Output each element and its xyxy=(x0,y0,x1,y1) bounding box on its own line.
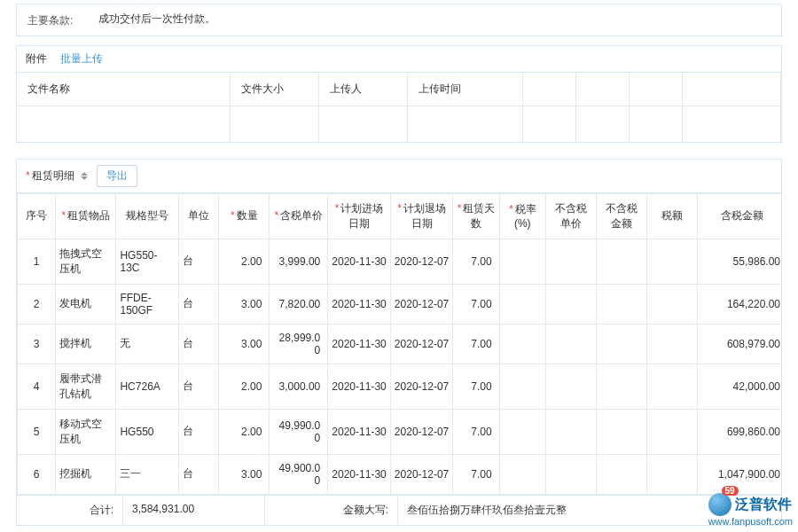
table-row[interactable]: 6挖掘机三一台3.0049,900.002020-11-302020-12-07… xyxy=(18,454,782,494)
cell-amount: 699,860.00 xyxy=(697,409,781,454)
cell-days: 7.00 xyxy=(453,239,499,284)
table-row[interactable]: 1拖拽式空压机HG550-13C台2.003,999.002020-11-302… xyxy=(18,239,782,284)
col-plan-in: *计划进场日期 xyxy=(328,193,391,239)
cell-tax xyxy=(646,454,697,494)
cell-plan-in: 2020-11-30 xyxy=(328,409,391,454)
cell-tax xyxy=(646,324,697,364)
cell-plan-out: 2020-12-07 xyxy=(390,364,453,409)
col-tax: 税额 xyxy=(646,193,697,239)
cell-unit: 台 xyxy=(178,324,218,364)
cell-spec: 无 xyxy=(116,324,179,364)
col-uploader: 上传人 xyxy=(318,73,407,106)
col-rate: *税率(%) xyxy=(499,193,545,239)
cell-tax xyxy=(646,364,697,409)
cell-item: 拖拽式空压机 xyxy=(56,239,116,284)
cell-rate xyxy=(499,364,545,409)
rental-detail-table: 序号 *租赁物品 规格型号 单位 *数量 *含税单价 *计划进场日期 *计划退场… xyxy=(17,193,781,495)
cell-ntp xyxy=(545,284,596,324)
cell-item: 挖掘机 xyxy=(56,454,116,494)
col-upload-time: 上传时间 xyxy=(407,73,522,106)
cell-qty: 3.00 xyxy=(219,324,270,364)
total-label: 合计: xyxy=(17,496,123,525)
col-seq: 序号 xyxy=(18,193,56,239)
cell-rate xyxy=(499,454,545,494)
cell-nta xyxy=(596,284,646,324)
cell-qty: 3.00 xyxy=(219,454,270,494)
cell-price: 49,990.00 xyxy=(270,409,328,454)
cell-plan-out: 2020-12-07 xyxy=(390,324,453,364)
cell-rate xyxy=(499,324,545,364)
sort-icon[interactable] xyxy=(81,172,88,180)
cell-unit: 台 xyxy=(178,364,218,409)
cell-unit: 台 xyxy=(178,284,218,324)
attachments-table: 文件名称 文件大小 上传人 上传时间 xyxy=(17,73,781,142)
cell-amount: 608,979.00 xyxy=(697,324,781,364)
cell-rate xyxy=(499,284,545,324)
rental-detail-header: *租赁明细 导出 xyxy=(17,160,781,193)
cell-tax xyxy=(646,239,697,284)
cell-ntp xyxy=(545,364,596,409)
cell-nta xyxy=(596,239,646,284)
cell-ntp xyxy=(545,324,596,364)
attachments-title: 附件 xyxy=(26,52,47,65)
cell-seq: 4 xyxy=(18,364,56,409)
cell-amount: 1,047,900.00 xyxy=(697,454,781,494)
cell-qty: 2.00 xyxy=(219,409,270,454)
brand-url[interactable]: www.fanpusoft.com xyxy=(708,516,793,527)
cell-item: 移动式空压机 xyxy=(56,409,116,454)
cell-qty: 2.00 xyxy=(219,239,270,284)
cell-spec: HG550 xyxy=(116,409,179,454)
cell-plan-out: 2020-12-07 xyxy=(390,454,453,494)
cell-seq: 6 xyxy=(18,454,56,494)
cell-days: 7.00 xyxy=(453,284,499,324)
cell-nta xyxy=(596,324,646,364)
cell-seq: 3 xyxy=(18,324,56,364)
table-row[interactable]: 4履带式潜孔钻机HC726A台2.003,000.002020-11-30202… xyxy=(18,364,782,409)
detail-scroll[interactable]: 序号 *租赁物品 规格型号 单位 *数量 *含税单价 *计划进场日期 *计划退场… xyxy=(17,193,781,495)
cell-price: 28,999.00 xyxy=(270,324,328,364)
cell-unit: 台 xyxy=(178,239,218,284)
cell-plan-in: 2020-11-30 xyxy=(328,454,391,494)
table-row[interactable]: 2发电机FFDE-150GF台3.007,820.002020-11-30202… xyxy=(18,284,782,324)
table-row[interactable]: 5移动式空压机HG550台2.0049,990.002020-11-302020… xyxy=(18,409,782,454)
brand-text: 泛普软件 xyxy=(735,496,792,514)
bulk-upload-link[interactable]: 批量上传 xyxy=(60,52,103,65)
cell-price: 7,820.00 xyxy=(270,284,328,324)
cell-nta xyxy=(596,454,646,494)
export-button[interactable]: 导出 xyxy=(97,165,137,187)
cell-rate xyxy=(499,409,545,454)
cell-tax xyxy=(646,284,697,324)
col-spec: 规格型号 xyxy=(116,193,179,239)
cell-plan-in: 2020-11-30 xyxy=(328,284,391,324)
col-plan-out: *计划退场日期 xyxy=(390,193,453,239)
col-notax-amount: 不含税金额 xyxy=(596,193,646,239)
cell-spec: FFDE-150GF xyxy=(116,284,179,324)
cell-days: 7.00 xyxy=(453,409,499,454)
main-terms-value: 成功交付后一次性付款。 xyxy=(98,12,771,28)
cell-amount: 164,220.00 xyxy=(697,284,781,324)
cell-qty: 3.00 xyxy=(219,284,270,324)
table-row[interactable]: 3搅拌机无台3.0028,999.002020-11-302020-12-077… xyxy=(18,324,782,364)
cell-unit: 台 xyxy=(178,409,218,454)
col-file-name: 文件名称 xyxy=(17,73,230,106)
detail-footer: 合计: 3,584,931.00 金额大写: 叁佰伍拾捌万肆仟玖佰叁拾壹元整 xyxy=(17,495,781,525)
cell-days: 7.00 xyxy=(453,454,499,494)
cell-days: 7.00 xyxy=(453,324,499,364)
cell-days: 7.00 xyxy=(453,364,499,409)
cell-item: 发电机 xyxy=(56,284,116,324)
cell-nta xyxy=(596,409,646,454)
rental-detail-title: *租赁明细 xyxy=(26,168,88,184)
cell-unit: 台 xyxy=(178,454,218,494)
col-item: *租赁物品 xyxy=(56,193,116,239)
detail-header-row: 序号 *租赁物品 规格型号 单位 *数量 *含税单价 *计划进场日期 *计划退场… xyxy=(18,193,782,239)
attachments-empty-row xyxy=(17,106,781,142)
cell-plan-out: 2020-12-07 xyxy=(390,409,453,454)
main-terms-row: 主要条款: 成功交付后一次性付款。 xyxy=(16,4,782,36)
col-blank-2 xyxy=(575,73,629,106)
caps-label: 金额大写: xyxy=(265,496,398,525)
cell-rate xyxy=(499,239,545,284)
col-price: *含税单价 xyxy=(270,193,328,239)
cell-qty: 2.00 xyxy=(219,364,270,409)
cell-ntp xyxy=(545,409,596,454)
cell-amount: 55,986.00 xyxy=(697,239,781,284)
